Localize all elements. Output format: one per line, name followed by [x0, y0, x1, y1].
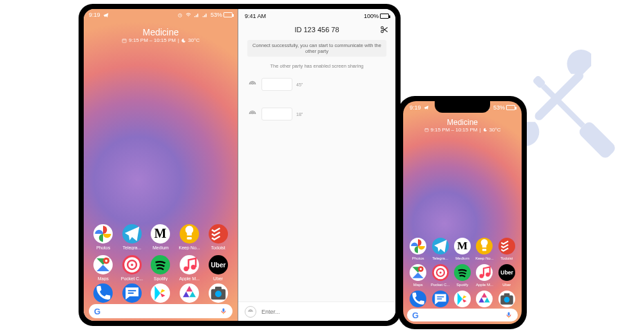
- app-label: Apple M...: [476, 283, 493, 287]
- sound-icon: [247, 79, 258, 90]
- signal-icon-2: [202, 12, 208, 18]
- app-keep[interactable]: Keep No...: [176, 224, 203, 250]
- svg-point-16: [215, 291, 222, 297]
- app-telegram[interactable]: Telegra...: [118, 224, 146, 250]
- spotify-icon: [454, 264, 471, 281]
- voice-message[interactable]: 18'': [247, 108, 395, 120]
- pocket-icon: [432, 264, 449, 281]
- chat-input-bar: [238, 302, 395, 321]
- dock-messages[interactable]: [432, 291, 449, 307]
- todoist-icon: [498, 238, 515, 254]
- chat-text-input[interactable]: [261, 309, 389, 315]
- svg-rect-7: [187, 237, 192, 240]
- chat-header: ID 123 456 78: [238, 23, 395, 36]
- wifi-icon: [185, 12, 191, 18]
- pocket-icon: [122, 255, 142, 274]
- svg-rect-22: [424, 128, 428, 131]
- app-spotify[interactable]: Spotify: [147, 255, 174, 281]
- medium-icon: M: [151, 224, 170, 244]
- android-home-screen-phone[interactable]: 9:19 53% Medicine 9:15 PM – 10: [403, 101, 522, 324]
- applemusic-icon: [476, 264, 493, 281]
- svg-text:M: M: [457, 240, 468, 252]
- svg-rect-24: [482, 249, 487, 251]
- app-maps[interactable]: Maps: [407, 264, 429, 287]
- widget-subtitle: 9:15 PM – 10:15 PM | 30°C: [84, 37, 238, 43]
- mic-icon[interactable]: [505, 311, 513, 319]
- app-label: Spotify: [457, 283, 468, 287]
- app-applemusic[interactable]: Apple M...: [473, 264, 495, 287]
- tablet-left-pane: 9:19 53% Medicine: [84, 9, 238, 321]
- spotify-icon: [151, 255, 170, 274]
- battery-indicator: 53%: [493, 104, 515, 111]
- app-label: Uber: [502, 283, 511, 287]
- dock-phone[interactable]: [93, 283, 113, 303]
- dock-camera[interactable]: [209, 283, 228, 303]
- svg-rect-35: [508, 312, 510, 316]
- app-pocket[interactable]: Pocket C...: [118, 255, 146, 281]
- app-label: Keep No...: [179, 245, 200, 250]
- app-uber[interactable]: UberUber: [205, 255, 232, 281]
- google-search-bar[interactable]: G: [407, 309, 518, 321]
- medium-icon: M: [454, 238, 471, 254]
- app-applemusic[interactable]: Apple M...: [176, 255, 203, 281]
- app-spotify[interactable]: Spotify: [451, 264, 473, 287]
- chat-status-time: 9:41 AM: [245, 13, 266, 19]
- voice-message[interactable]: 45'': [247, 78, 395, 91]
- svg-text:M: M: [155, 226, 167, 240]
- maps-icon: [410, 264, 426, 281]
- phone-notch: [435, 101, 490, 113]
- alarm-icon: [177, 12, 183, 18]
- dock-gallery[interactable]: [180, 283, 199, 303]
- telegram-icon: [432, 238, 449, 254]
- svg-rect-0: [533, 70, 585, 122]
- dock-play[interactable]: [151, 283, 170, 303]
- app-medium[interactable]: MMedium: [451, 238, 473, 260]
- message-duration: 45'': [296, 82, 303, 87]
- svg-rect-34: [504, 293, 509, 296]
- app-medium[interactable]: MMedium: [147, 224, 174, 250]
- calendar-widget[interactable]: Medicine 9:15 PM – 10:15 PM | 30°C: [84, 27, 238, 43]
- uber-icon: Uber: [498, 264, 515, 281]
- uber-icon: Uber: [209, 255, 228, 274]
- app-label: Medium: [153, 245, 169, 250]
- widget-title: Medicine: [403, 118, 522, 127]
- app-label: Spotify: [154, 276, 167, 281]
- voice-input-button[interactable]: [245, 306, 256, 318]
- maps-icon: [93, 255, 113, 274]
- scissors-icon[interactable]: [380, 25, 389, 34]
- app-pocket[interactable]: Pocket C...: [430, 264, 451, 287]
- chat-id: ID 123 456 78: [294, 26, 339, 34]
- dock-phone[interactable]: [410, 291, 426, 307]
- google-logo-icon: G: [412, 311, 419, 320]
- dock-gallery[interactable]: [476, 291, 493, 307]
- app-label: Photos: [412, 256, 424, 260]
- calendar-icon: [424, 128, 429, 132]
- app-label: Todoist: [211, 245, 225, 250]
- app-label: Medium: [455, 256, 469, 260]
- widget-subtitle: 9:15 PM – 10:15 PM | 30°C: [403, 127, 522, 133]
- app-label: Keep No...: [475, 256, 493, 260]
- dock-camera[interactable]: [498, 291, 515, 307]
- app-photos[interactable]: Photos: [407, 238, 429, 260]
- app-maps[interactable]: Maps: [90, 255, 117, 281]
- app-photos[interactable]: Photos: [90, 224, 117, 250]
- app-todoist[interactable]: Todoist: [205, 224, 232, 250]
- svg-text:Uber: Uber: [211, 262, 225, 269]
- android-home-screen[interactable]: 9:19 53% Medicine: [84, 9, 238, 321]
- app-telegram[interactable]: Telegra...: [430, 238, 451, 260]
- svg-point-11: [129, 262, 135, 267]
- app-label: Maps: [413, 283, 423, 287]
- app-label: Maps: [98, 276, 109, 281]
- app-label: Apple M...: [179, 276, 200, 281]
- google-search-bar[interactable]: G: [89, 304, 232, 318]
- dock-messages[interactable]: [122, 283, 142, 303]
- svg-rect-5: [122, 39, 126, 42]
- app-uber[interactable]: UberUber: [496, 264, 518, 287]
- dock-play[interactable]: [454, 291, 471, 307]
- app-keep[interactable]: Keep No...: [473, 238, 495, 260]
- calendar-widget[interactable]: Medicine 9:15 PM – 10:15 PM | 30°C: [403, 118, 522, 133]
- mic-icon[interactable]: [220, 307, 227, 315]
- app-todoist[interactable]: Todoist: [496, 238, 518, 260]
- voice-bubble: [261, 108, 292, 120]
- app-label: Pocket C...: [121, 276, 143, 281]
